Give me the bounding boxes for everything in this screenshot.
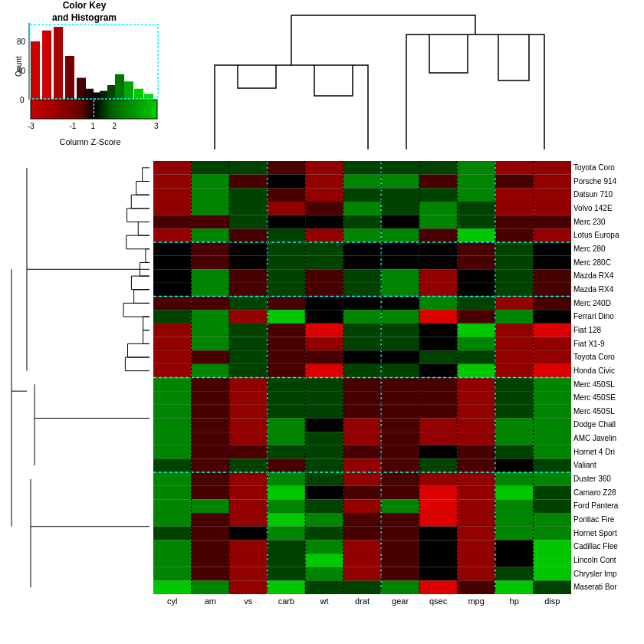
car-label: Datsun 710 (573, 188, 644, 202)
col-label: drat (343, 596, 382, 606)
heatmap-area (153, 161, 571, 594)
car-label: Pontiac Fire (573, 513, 644, 527)
car-label: Merc 450SL (573, 405, 644, 419)
col-label: carb (268, 596, 306, 606)
col-label: cyl (153, 596, 192, 606)
left-dendro-canvas (4, 161, 153, 594)
car-label: Hornet Sport (573, 527, 644, 540)
car-label: Toyota Coro (573, 161, 644, 175)
car-label: Merc 450SE (573, 391, 644, 405)
col-label: vs (229, 596, 268, 606)
car-label: Mazda RX4 (573, 283, 644, 297)
histogram-canvas (15, 23, 165, 134)
car-label: Merc 280C (573, 256, 644, 270)
car-label: Cadillac Flee (573, 540, 644, 554)
car-label: Duster 360 (573, 472, 644, 486)
top-dendrogram (176, 4, 583, 157)
col-labels: cylamvscarbwtdratgearqsecmpghpdisp (153, 596, 571, 642)
heatmap-canvas (153, 161, 571, 594)
color-key-section: Color Key and Histogram Column Z-Score (8, 0, 161, 153)
car-label: Porsche 914 (573, 175, 644, 189)
car-label: Toyota Coro (573, 350, 644, 364)
car-label: AMC Javelin (573, 432, 644, 445)
color-key-title: Color Key and Histogram (8, 0, 161, 24)
car-label: Merc 240D (573, 297, 644, 310)
car-labels: Toyota CoroPorsche 914Datsun 710Volvo 14… (573, 161, 644, 594)
car-label: Ford Pantera (573, 499, 644, 513)
car-label: Merc 230 (573, 215, 644, 229)
car-label: Volvo 142E (573, 202, 644, 215)
car-label: Lotus Europa (573, 228, 644, 242)
car-label: Dodge Chall (573, 418, 644, 432)
car-label: Lincoln Cont (573, 554, 644, 567)
car-label: Fiat 128 (573, 324, 644, 337)
x-axis-label: Column Z-Score (15, 137, 165, 146)
main-container: Color Key and Histogram Column Z-Score T… (0, 0, 644, 644)
col-label: qsec (419, 596, 458, 606)
car-label: Mazda RX4 (573, 269, 644, 283)
car-label: Ferrari Dino (573, 310, 644, 324)
col-label: disp (533, 596, 571, 606)
car-label: Hornet 4 Dri (573, 445, 644, 459)
car-label: Honda Civic (573, 364, 644, 378)
col-label: gear (381, 596, 419, 606)
left-dendrogram (4, 161, 153, 594)
histogram-area: Column Z-Score (15, 23, 165, 134)
col-label: am (192, 596, 230, 606)
car-label: Merc 280 (573, 242, 644, 256)
car-label: Chrysler Imp (573, 567, 644, 581)
car-label: Fiat X1-9 (573, 337, 644, 351)
car-label: Maserati Bor (573, 580, 644, 594)
col-label: hp (495, 596, 534, 606)
col-label: wt (305, 596, 343, 606)
top-dendro-canvas (176, 4, 583, 157)
car-label: Merc 450SL (573, 378, 644, 392)
col-label: mpg (457, 596, 495, 606)
car-label: Camaro Z28 (573, 486, 644, 500)
car-label: Valiant (573, 458, 644, 472)
